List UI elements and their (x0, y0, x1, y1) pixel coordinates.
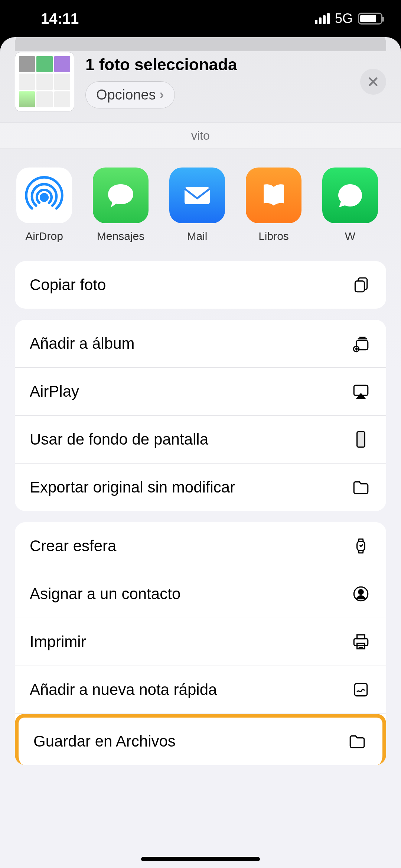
printer-icon (351, 631, 371, 652)
action-add-album[interactable]: Añadir a álbum (15, 320, 386, 368)
mail-icon (169, 168, 225, 223)
app-label: Libros (258, 230, 289, 243)
action-print[interactable]: Imprimir (15, 618, 386, 666)
app-messages[interactable]: Mensajes (93, 168, 149, 243)
action-copy-photo[interactable]: Copiar foto (15, 261, 386, 309)
action-label: Exportar original sin modificar (30, 478, 235, 496)
app-partial-icon (322, 168, 378, 223)
airplay-icon (351, 381, 371, 402)
action-group-1: Copiar foto (15, 261, 386, 309)
action-label: Crear esfera (30, 537, 116, 555)
svg-rect-6 (357, 432, 365, 447)
close-icon (367, 76, 379, 88)
copy-icon (351, 274, 371, 295)
actions-list: Copiar foto Añadir a álbum AirPlay U (0, 261, 401, 780)
chevron-right-icon: › (160, 87, 164, 103)
close-button[interactable] (360, 69, 386, 95)
contact-icon (351, 583, 371, 604)
app-airdrop[interactable]: AirDrop (16, 168, 72, 243)
share-title: 1 foto seleccionada (85, 55, 349, 74)
svg-rect-13 (355, 683, 367, 696)
svg-rect-11 (357, 635, 365, 638)
action-label: Guardar en Archivos (33, 732, 176, 750)
app-label: AirDrop (25, 230, 63, 243)
action-assign-contact[interactable]: Asignar a un contacto (15, 570, 386, 618)
app-label: W (345, 230, 355, 243)
status-time: 14:11 (41, 10, 79, 27)
app-partial[interactable]: W (322, 168, 378, 243)
svg-rect-2 (355, 281, 364, 292)
svg-rect-10 (354, 639, 368, 646)
options-label: Opciones (96, 87, 156, 103)
app-books[interactable]: Libros (246, 168, 301, 243)
network-label: 5G (335, 11, 353, 26)
action-label: Copiar foto (30, 276, 106, 294)
action-group-3: Crear esfera Asignar a un contacto Impri… (15, 522, 386, 765)
add-album-icon (351, 333, 371, 354)
share-apps-row[interactable]: AirDrop Mensajes Mail Libros W (0, 149, 401, 261)
folder-icon (347, 731, 368, 752)
action-label: Asignar a un contacto (30, 585, 180, 603)
svg-point-0 (41, 194, 48, 201)
battery-icon (358, 13, 382, 25)
share-subtitle: vito (0, 123, 401, 149)
status-bar: 14:11 5G (0, 0, 401, 37)
action-wallpaper[interactable]: Usar de fondo de pantalla (15, 416, 386, 464)
action-group-2: Añadir a álbum AirPlay Usar de fondo de … (15, 320, 386, 511)
home-indicator[interactable] (141, 857, 260, 861)
books-icon (246, 168, 301, 223)
action-save-files[interactable]: Guardar en Archivos (15, 714, 386, 765)
options-button[interactable]: Opciones › (85, 81, 175, 108)
app-label: Mensajes (97, 230, 144, 243)
action-label: Imprimir (30, 633, 86, 651)
svg-point-9 (359, 590, 363, 595)
folder-icon (351, 477, 371, 498)
action-label: Añadir a álbum (30, 335, 135, 352)
action-airplay[interactable]: AirPlay (15, 368, 386, 416)
action-export-original[interactable]: Exportar original sin modificar (15, 464, 386, 511)
airdrop-icon (16, 168, 72, 223)
action-label: AirPlay (30, 383, 79, 400)
action-label: Usar de fondo de pantalla (30, 430, 208, 448)
action-label: Añadir a nueva nota rápida (30, 681, 217, 699)
share-sheet: 1 foto seleccionada Opciones › vito AirD… (0, 37, 401, 868)
watch-icon (351, 536, 371, 556)
action-quick-note[interactable]: Añadir a nueva nota rápida (15, 666, 386, 714)
cellular-signal-icon (315, 13, 330, 24)
phone-icon (351, 429, 371, 450)
status-right: 5G (315, 11, 382, 26)
photo-thumbnail[interactable] (15, 52, 74, 111)
app-mail[interactable]: Mail (169, 168, 225, 243)
action-create-watchface[interactable]: Crear esfera (15, 522, 386, 570)
quick-note-icon (351, 679, 371, 700)
svg-rect-1 (185, 187, 210, 204)
sheet-stack-hint (15, 37, 386, 51)
messages-icon (93, 168, 149, 223)
app-label: Mail (187, 230, 207, 243)
